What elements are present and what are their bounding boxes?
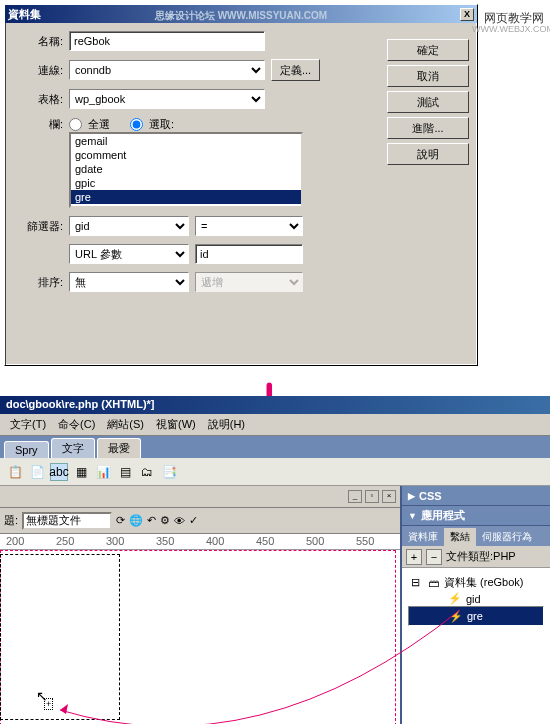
tree-recordset[interactable]: ⊟ 🗃 資料集 (reGbok) — [408, 574, 544, 591]
table-label: 表格: — [17, 92, 63, 107]
table-select[interactable]: wp_gbook — [69, 89, 265, 109]
toolbar-icon[interactable]: ⟳ — [116, 514, 125, 527]
tool-icon[interactable]: 📊 — [94, 463, 112, 481]
toolbar-icon[interactable]: ↶ — [147, 514, 156, 527]
cell-outline — [0, 554, 120, 720]
css-panel-header[interactable]: ▶CSS — [402, 486, 550, 506]
list-item-selected[interactable]: gre — [71, 190, 301, 204]
menu-commands[interactable]: 命令(C) — [54, 415, 99, 434]
dialog-title: 資料集 — [8, 5, 41, 23]
radio-selected-label: 選取: — [149, 117, 174, 132]
recordset-dialog: 資料集 思缘设计论坛 WWW.MISSYUAN.COM X 名稱: 連線: co… — [4, 4, 478, 366]
connection-select[interactable]: conndb — [69, 60, 265, 80]
external-link-url: WWW.WEBJX.COM — [472, 24, 550, 34]
toolbar-icon[interactable]: ✓ — [189, 514, 198, 527]
name-input[interactable] — [69, 31, 265, 51]
dreamweaver-window: doc\gbook\re.php (XHTML)*] 文字(T) 命令(C) 網… — [0, 396, 550, 724]
close-icon[interactable]: X — [460, 8, 474, 21]
insert-tabstrip: Spry 文字 最愛 — [0, 436, 550, 458]
app-panel-header[interactable]: ▼應用程式 — [402, 506, 550, 526]
dialog-titlebar[interactable]: 資料集 思缘设计论坛 WWW.MISSYUAN.COM X — [5, 5, 477, 23]
advanced-button[interactable]: 進階... — [387, 117, 469, 139]
toolbar-icon[interactable]: 🌐 — [129, 514, 143, 527]
tab-text[interactable]: 文字 — [51, 438, 95, 458]
test-button[interactable]: 測試 — [387, 91, 469, 113]
minimize-icon[interactable]: _ — [348, 490, 362, 503]
app-panel-tabs: 資料庫 繫結 伺服器行為 — [402, 526, 550, 546]
sort-field-select[interactable]: 無 — [69, 272, 189, 292]
columns-label: 欄: — [17, 117, 63, 132]
urlparam-input[interactable] — [195, 244, 303, 264]
tool-icon[interactable]: ▦ — [72, 463, 90, 481]
columns-listbox[interactable]: gemail gcomment gdate gpic gre — [69, 132, 303, 208]
tree-field[interactable]: ⚡ gid — [408, 591, 544, 606]
document-toolbar: 題: ⟳ 🌐 ↶ ⚙ 👁 ✓ — [0, 508, 400, 534]
title-input[interactable] — [22, 512, 112, 530]
remove-button[interactable]: − — [426, 549, 442, 565]
filter-label: 篩選器: — [17, 219, 63, 234]
menubar[interactable]: 文字(T) 命令(C) 網站(S) 視窗(W) 說明(H) — [0, 414, 550, 436]
app-titlebar: doc\gbook\re.php (XHTML)*] — [0, 396, 550, 414]
bindings-tree[interactable]: ⊟ 🗃 資料集 (reGbok) ⚡ gid ⚡ gre — [402, 568, 550, 724]
tool-icon[interactable]: 📑 — [160, 463, 178, 481]
tool-icon[interactable]: abc — [50, 463, 68, 481]
bindings-toolbar: + − 文件類型:PHP — [402, 546, 550, 568]
menu-help[interactable]: 說明(H) — [204, 415, 249, 434]
tab-bindings[interactable]: 繫結 — [444, 528, 476, 546]
ruler: 200 250 300 350 400 450 500 550 — [0, 534, 400, 550]
recordset-icon: 🗃 — [426, 577, 440, 589]
list-item[interactable]: gdate — [71, 162, 301, 176]
sort-dir-select: 遞增 — [195, 272, 303, 292]
add-button[interactable]: + — [406, 549, 422, 565]
menu-window[interactable]: 視窗(W) — [152, 415, 200, 434]
minus-icon[interactable]: ⊟ — [408, 576, 422, 589]
menu-text[interactable]: 文字(T) — [6, 415, 50, 434]
close-icon[interactable]: × — [382, 490, 396, 503]
restore-icon[interactable]: ▫ — [365, 490, 379, 503]
toolbar-icon[interactable]: ⚙ — [160, 514, 170, 527]
chevron-right-icon: ▶ — [408, 491, 415, 501]
insert-toolbar: 📋 📄 abc ▦ 📊 ▤ 🗂 📑 — [0, 458, 550, 486]
ok-button[interactable]: 確定 — [387, 39, 469, 61]
title-label: 題: — [4, 513, 18, 528]
watermark: 思缘设计论坛 WWW.MISSYUAN.COM — [155, 7, 327, 25]
filter-field-select[interactable]: gid — [69, 216, 189, 236]
menu-site[interactable]: 網站(S) — [103, 415, 148, 434]
tab-server-behaviors[interactable]: 伺服器行為 — [476, 528, 538, 546]
tool-icon[interactable]: ▤ — [116, 463, 134, 481]
tab-favorites[interactable]: 最愛 — [97, 438, 141, 458]
editor-window-controls: _ ▫ × — [0, 486, 400, 508]
cursor-icon: ↖+ — [36, 688, 48, 704]
bolt-icon: ⚡ — [448, 592, 462, 605]
help-button[interactable]: 說明 — [387, 143, 469, 165]
radio-all[interactable] — [69, 118, 82, 131]
doctype-label: 文件類型:PHP — [446, 549, 516, 564]
list-item[interactable]: gpic — [71, 176, 301, 190]
urlparam-select[interactable]: URL 參數 — [69, 244, 189, 264]
radio-selected[interactable] — [130, 118, 143, 131]
list-item[interactable]: gcomment — [71, 148, 301, 162]
tree-field-selected[interactable]: ⚡ gre — [408, 606, 544, 626]
chevron-down-icon: ▼ — [408, 511, 417, 521]
name-label: 名稱: — [17, 34, 63, 49]
toolbar-icon[interactable]: 👁 — [174, 515, 185, 527]
tool-icon[interactable]: 📄 — [28, 463, 46, 481]
cancel-button[interactable]: 取消 — [387, 65, 469, 87]
document-editor: _ ▫ × 題: ⟳ 🌐 ↶ ⚙ 👁 ✓ 200 250 300 350 400 — [0, 486, 402, 724]
design-canvas[interactable]: ↖+ — [0, 550, 400, 724]
side-panels: ▶CSS ▼應用程式 資料庫 繫結 伺服器行為 + − 文件類型:PHP ⊟ 🗃… — [402, 486, 550, 724]
define-button[interactable]: 定義... — [271, 59, 320, 81]
tab-database[interactable]: 資料庫 — [402, 528, 444, 546]
filter-op-select[interactable]: = — [195, 216, 303, 236]
tab-spry[interactable]: Spry — [4, 441, 49, 458]
sort-label: 排序: — [17, 275, 63, 290]
bolt-icon: ⚡ — [449, 610, 463, 623]
radio-all-label: 全選 — [88, 117, 110, 132]
tool-icon[interactable]: 🗂 — [138, 463, 156, 481]
conn-label: 連線: — [17, 63, 63, 78]
list-item[interactable]: gemail — [71, 134, 301, 148]
tool-icon[interactable]: 📋 — [6, 463, 24, 481]
